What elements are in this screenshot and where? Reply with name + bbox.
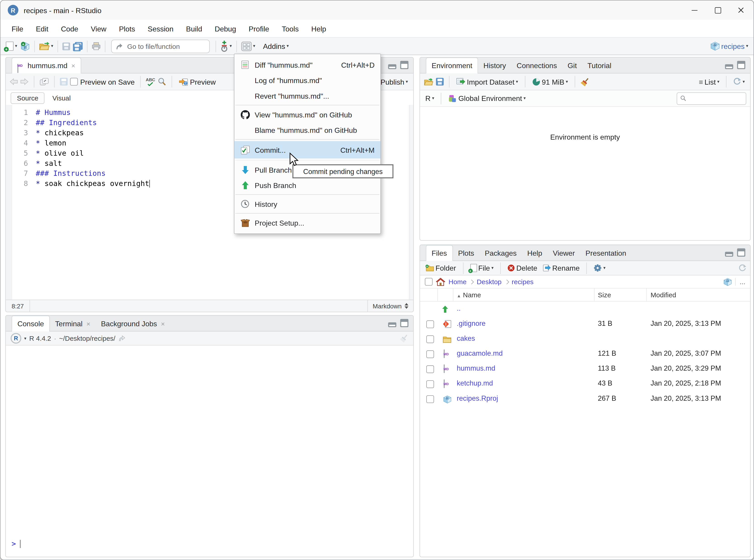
back-icon[interactable] xyxy=(10,78,18,85)
scope-selector[interactable]: Global Environment ▾ xyxy=(447,92,527,105)
import-dataset-button[interactable]: Import Dataset ▾ xyxy=(455,75,520,88)
select-all-checkbox[interactable] xyxy=(425,278,433,285)
file-name[interactable]: recipes.Rproj xyxy=(457,394,498,402)
tab-plots[interactable]: Plots xyxy=(453,245,479,260)
memory-usage-button[interactable]: 91 MiB ▾ xyxy=(531,75,569,88)
menu-code[interactable]: Code xyxy=(55,24,84,33)
maximize-button[interactable] xyxy=(706,0,730,20)
new-file-blank-button[interactable]: + File ▾ xyxy=(469,261,495,275)
share-arrow-icon[interactable] xyxy=(118,335,125,341)
minimize-pane-icon[interactable] xyxy=(725,64,733,69)
file-checkbox[interactable] xyxy=(426,365,434,373)
tab-history[interactable]: History xyxy=(478,58,511,73)
tab-help[interactable]: Help xyxy=(522,245,548,260)
column-modified[interactable]: Modified xyxy=(651,291,676,299)
home-icon[interactable] xyxy=(436,278,445,286)
file-checkbox[interactable] xyxy=(426,351,434,358)
editor-scrollbar[interactable] xyxy=(409,105,413,300)
column-name[interactable]: ▲ Name xyxy=(457,291,481,299)
save-file-icon[interactable] xyxy=(60,78,68,85)
menu-profile[interactable]: Profile xyxy=(242,24,275,33)
tab-packages[interactable]: Packages xyxy=(479,245,522,260)
clear-console-broom-icon[interactable] xyxy=(400,334,408,343)
project-selector[interactable]: R recipes ▾ xyxy=(709,39,750,53)
close-tab-icon[interactable]: × xyxy=(86,316,90,331)
menu-item-blame-on-github[interactable]: Blame "hummus.md" on GitHub xyxy=(234,122,380,138)
menu-item-project-setup[interactable]: Project Setup... xyxy=(234,215,380,230)
tab-terminal[interactable]: Terminal× xyxy=(50,316,96,331)
menu-item-log[interactable]: Log of "hummus.md" xyxy=(234,73,380,88)
close-tab-icon[interactable]: × xyxy=(71,58,75,73)
menu-session[interactable]: Session xyxy=(141,24,180,33)
more-columns-button[interactable]: ... xyxy=(735,278,745,285)
file-name[interactable]: ketchup.md xyxy=(457,379,493,387)
breadcrumb-home[interactable]: Home xyxy=(449,278,467,285)
file-checkbox[interactable] xyxy=(426,380,434,388)
close-button[interactable] xyxy=(729,0,753,20)
preview-on-save-checkbox[interactable] xyxy=(70,78,78,85)
find-replace-icon[interactable] xyxy=(158,77,166,86)
rename-file-button[interactable]: Rename xyxy=(541,261,581,275)
file-row-gitignore[interactable]: .gitignore 31 B Jan 20, 2025, 3:13 PM xyxy=(420,317,750,332)
new-folder-button[interactable]: + Folder xyxy=(424,261,458,275)
menu-tools[interactable]: Tools xyxy=(275,24,305,33)
menu-item-diff[interactable]: Diff "hummus.md" Ctrl+Alt+D xyxy=(234,57,380,73)
delete-file-button[interactable]: Delete xyxy=(506,261,539,275)
goto-file-search[interactable] xyxy=(111,39,210,53)
menu-edit[interactable]: Edit xyxy=(29,24,55,33)
menu-plots[interactable]: Plots xyxy=(113,24,141,33)
minimize-pane-icon[interactable] xyxy=(725,252,733,257)
spellcheck-icon[interactable]: ABC xyxy=(146,78,155,86)
file-row-hummus[interactable]: MD hummus.md 113 B Jan 20, 2025, 3:29 PM xyxy=(420,362,750,377)
save-all-button[interactable] xyxy=(72,39,84,53)
file-row-parent[interactable]: .. xyxy=(420,302,750,317)
file-name[interactable]: .. xyxy=(457,304,460,312)
menu-item-view-on-github[interactable]: View "hummus.md" on GitHub xyxy=(234,107,380,122)
environment-search[interactable] xyxy=(677,92,746,105)
popout-icon[interactable] xyxy=(40,78,49,85)
language-selector[interactable]: R ▾ xyxy=(424,92,436,105)
mode-source-button[interactable]: Source xyxy=(11,92,44,104)
file-name[interactable]: .gitignore xyxy=(457,319,485,327)
tab-viewer[interactable]: Viewer xyxy=(548,245,580,260)
minimize-pane-icon[interactable] xyxy=(388,64,396,69)
menu-help[interactable]: Help xyxy=(305,24,333,33)
file-name[interactable]: cakes xyxy=(457,335,475,342)
file-checkbox[interactable] xyxy=(426,395,434,403)
save-workspace-icon[interactable] xyxy=(436,78,444,85)
version-control-button[interactable]: ▾ xyxy=(219,39,233,53)
tab-background-jobs[interactable]: Background Jobs× xyxy=(96,316,170,331)
tab-files[interactable]: Files xyxy=(426,245,453,261)
preview-button[interactable]: Preview xyxy=(177,75,217,88)
file-checkbox[interactable] xyxy=(426,320,434,328)
cursor-position[interactable]: 8:27 xyxy=(6,300,30,312)
file-checkbox[interactable] xyxy=(426,335,434,343)
print-button[interactable] xyxy=(91,39,102,53)
r-logo-icon[interactable]: R xyxy=(11,333,21,344)
load-workspace-icon[interactable] xyxy=(424,78,434,85)
tab-hummus-md[interactable]: MD hummus.md × xyxy=(12,58,81,73)
menu-item-revert[interactable]: Revert "hummus.md"... xyxy=(234,88,380,103)
breadcrumb-desktop[interactable]: Desktop xyxy=(477,278,502,285)
goto-file-input[interactable] xyxy=(126,42,196,51)
maximize-pane-icon[interactable] xyxy=(400,61,409,69)
save-button[interactable] xyxy=(61,39,72,53)
menu-view[interactable]: View xyxy=(85,24,113,33)
menu-file[interactable]: File xyxy=(5,24,29,33)
files-more-button[interactable]: ▾ xyxy=(592,261,607,275)
tab-git[interactable]: Git xyxy=(562,58,582,73)
maximize-pane-icon[interactable] xyxy=(737,61,745,69)
menu-item-history[interactable]: History xyxy=(234,196,380,212)
open-file-button[interactable]: ▾ xyxy=(38,39,55,53)
column-size[interactable]: Size xyxy=(598,291,611,299)
file-type-selector[interactable]: Markdown xyxy=(367,300,413,312)
refresh-environment-button[interactable]: ▾ xyxy=(732,75,746,88)
file-row-rproj[interactable]: R recipes.Rproj 267 B Jan 20, 2025, 3:13… xyxy=(420,392,750,406)
addins-button[interactable]: Addins ▾ xyxy=(262,39,290,53)
minimize-pane-icon[interactable] xyxy=(388,322,396,327)
tab-console[interactable]: Console xyxy=(12,316,50,332)
file-name[interactable]: guacamole.md xyxy=(457,349,502,357)
file-row-ketchup[interactable]: MD ketchup.md 43 B Jan 20, 2025, 2:18 PM xyxy=(420,377,750,392)
clear-objects-broom-icon[interactable] xyxy=(580,77,590,86)
chevron-down-icon[interactable]: ▾ xyxy=(24,336,26,341)
